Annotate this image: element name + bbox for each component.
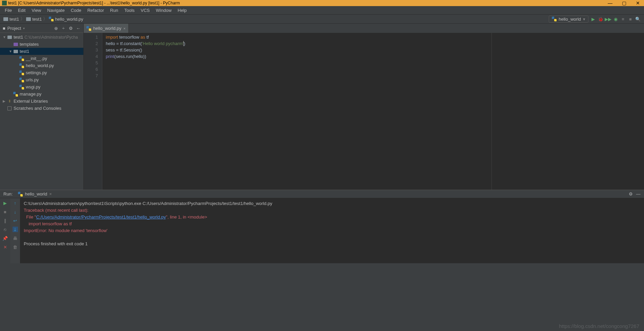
tree-item[interactable]: ▼test1 bbox=[0, 48, 83, 55]
watermark: https://blog.csdn.net/congcong7267 bbox=[559, 323, 639, 329]
menu-code[interactable]: Code bbox=[68, 7, 84, 14]
tree-item[interactable]: ▼test1C:\Users\Administrator\Pycha bbox=[0, 34, 83, 41]
menu-refactor[interactable]: Refactor bbox=[85, 7, 107, 14]
chevron-down-icon: ▾ bbox=[583, 17, 585, 22]
tree-item[interactable]: Scratches and Consoles bbox=[0, 105, 83, 112]
tree-item[interactable]: urls.py bbox=[0, 76, 83, 83]
tree-item[interactable]: manage.py bbox=[0, 90, 83, 98]
menu-navigate[interactable]: Navigate bbox=[44, 7, 67, 14]
python-icon bbox=[13, 92, 18, 97]
file-link[interactable]: C:/Users/Administrator/PycharmProjects/t… bbox=[36, 214, 166, 220]
project-panel-title: Project bbox=[7, 26, 21, 31]
breadcrumb-item[interactable]: test1 bbox=[3, 17, 19, 22]
tree-label: External Libraries bbox=[14, 99, 48, 104]
python-icon bbox=[19, 63, 24, 68]
maximize-button[interactable]: ▢ bbox=[622, 0, 626, 6]
target-icon[interactable]: ⊕ bbox=[54, 26, 58, 30]
close-button[interactable]: ✕ bbox=[2, 244, 8, 250]
project-panel: ■ Project ▾ ⊕ ÷ ⚙ ← ▼test1C:\Users\Admin… bbox=[0, 24, 84, 190]
tree-item[interactable]: ▶⫴External Libraries bbox=[0, 98, 83, 105]
down-button[interactable]: ↓ bbox=[13, 209, 18, 214]
clear-button[interactable]: 🗑 bbox=[13, 244, 18, 250]
tree-item[interactable]: settings.py bbox=[0, 69, 83, 76]
tree-label: test1 bbox=[14, 35, 23, 40]
run-panel-header: Run: hello_world × ⚙ — bbox=[0, 190, 644, 198]
rerun-button[interactable]: ▶ bbox=[2, 200, 8, 206]
close-button[interactable]: ✕ bbox=[636, 0, 640, 6]
project-tree[interactable]: ▼test1C:\Users\Administrator\Pychatempla… bbox=[0, 33, 83, 112]
breadcrumb-label: hello_world.py bbox=[55, 17, 83, 22]
folder-icon bbox=[13, 50, 18, 53]
close-tab-icon[interactable]: × bbox=[49, 191, 52, 196]
run-tab[interactable]: hello_world × bbox=[15, 191, 54, 197]
app-icon bbox=[2, 1, 7, 5]
tree-item[interactable]: __init__.py bbox=[0, 55, 83, 62]
search-button[interactable]: 🔍 bbox=[635, 16, 641, 22]
python-icon bbox=[19, 70, 24, 75]
code-content[interactable]: import tensorflow as tf hello = tf.const… bbox=[102, 33, 491, 190]
folder-icon bbox=[7, 36, 12, 39]
folder-icon bbox=[3, 17, 8, 21]
tree-label: hello_world.py bbox=[26, 63, 54, 68]
run-config-selector[interactable]: hello_world ▾ bbox=[549, 16, 588, 23]
menu-run[interactable]: Run bbox=[107, 7, 121, 14]
run-toolbar: ▶ ■ ‖ ⎋ 📌 ✕ bbox=[0, 198, 10, 263]
tree-item[interactable]: hello_world.py bbox=[0, 62, 83, 69]
debug-button[interactable]: 🐞 bbox=[598, 16, 603, 22]
tree-item[interactable]: templates bbox=[0, 41, 83, 48]
scratch-icon bbox=[7, 106, 12, 110]
run-label: Run: bbox=[3, 191, 13, 196]
run-button[interactable]: ▶ bbox=[590, 16, 596, 22]
editor-tab[interactable]: hello_world.py × bbox=[84, 24, 129, 33]
breadcrumb-item[interactable]: hello_world.py bbox=[49, 17, 83, 22]
coverage-button[interactable]: ▶▶ bbox=[605, 16, 611, 22]
close-tab-icon[interactable]: × bbox=[123, 26, 125, 30]
up-button[interactable]: ↑ bbox=[13, 200, 18, 206]
gear-icon[interactable]: ⚙ bbox=[628, 192, 633, 196]
pin-button[interactable]: 📌 bbox=[2, 235, 8, 241]
menu-view[interactable]: View bbox=[29, 7, 44, 14]
run-tab-label: hello_world bbox=[25, 191, 47, 196]
menu-file[interactable]: File bbox=[2, 7, 15, 14]
editor-body[interactable]: 1234567 import tensorflow as tf hello = … bbox=[84, 33, 644, 190]
tab-label: hello_world.py bbox=[93, 26, 121, 31]
tree-item[interactable]: wsgi.py bbox=[0, 83, 83, 90]
breadcrumb-item[interactable]: test1 bbox=[26, 17, 42, 22]
python-icon bbox=[19, 78, 24, 82]
exit-button[interactable]: ⎋ bbox=[2, 227, 8, 232]
menu-help[interactable]: Help bbox=[175, 7, 189, 14]
console-output[interactable]: C:\Users\Administrator\venv\python\test1… bbox=[20, 198, 644, 263]
menu-bar: File Edit View Navigate Code Refactor Ru… bbox=[0, 6, 644, 15]
menu-vcs[interactable]: VCS bbox=[138, 7, 153, 14]
wrap-button[interactable]: ↩ bbox=[13, 218, 18, 223]
print-button[interactable]: 🖶 bbox=[13, 235, 18, 241]
python-icon bbox=[86, 26, 91, 31]
tree-arrow-icon[interactable]: ▼ bbox=[9, 49, 13, 53]
editor-tabs: hello_world.py × bbox=[84, 24, 644, 33]
breadcrumb-label: test1 bbox=[32, 17, 42, 22]
gear-icon[interactable]: ⚙ bbox=[68, 26, 73, 30]
collapse-icon[interactable]: ÷ bbox=[61, 26, 66, 30]
folder-icon bbox=[26, 17, 31, 21]
python-icon bbox=[49, 17, 54, 21]
tree-arrow-icon[interactable]: ▶ bbox=[3, 99, 7, 103]
stop-button[interactable]: ■ bbox=[2, 209, 8, 214]
menu-tools[interactable]: Tools bbox=[122, 7, 137, 14]
navigation-bar: test1 〉 test1 〉 hello_world.py hello_wor… bbox=[0, 15, 644, 24]
tree-arrow-icon[interactable]: ▼ bbox=[3, 35, 7, 39]
minimize-button[interactable]: — bbox=[608, 0, 612, 6]
chevron-down-icon[interactable]: ▾ bbox=[23, 26, 25, 30]
pause-button[interactable]: ‖ bbox=[2, 218, 8, 223]
python-icon bbox=[19, 85, 24, 89]
menu-edit[interactable]: Edit bbox=[15, 7, 28, 14]
menu-window[interactable]: Window bbox=[153, 7, 174, 14]
hide-icon[interactable]: — bbox=[636, 192, 641, 196]
attach-button[interactable]: ≡ bbox=[620, 16, 626, 22]
profile-button[interactable]: ◉ bbox=[613, 16, 618, 22]
stop-button[interactable]: ■ bbox=[628, 16, 633, 22]
hide-icon[interactable]: ← bbox=[76, 26, 81, 30]
scroll-button[interactable]: ⤓ bbox=[13, 227, 18, 232]
tree-label: urls.py bbox=[26, 77, 39, 82]
python-icon bbox=[552, 17, 557, 21]
python-icon bbox=[19, 56, 24, 61]
